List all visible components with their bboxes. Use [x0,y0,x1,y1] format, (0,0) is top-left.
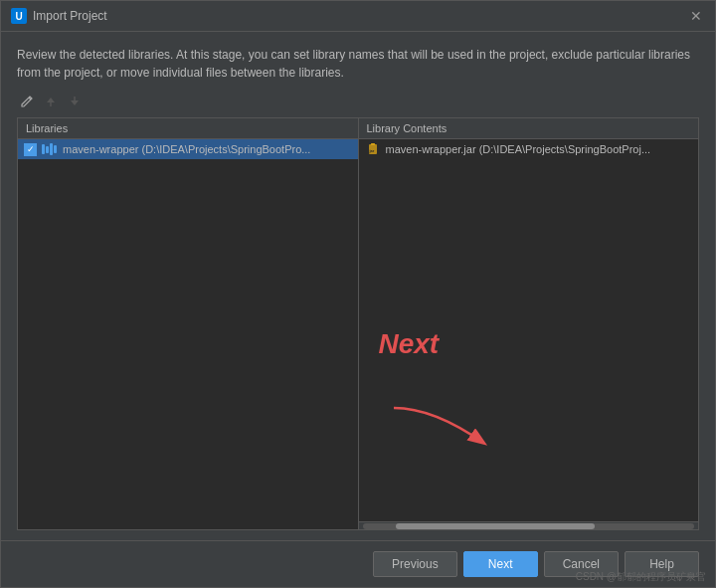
libraries-content[interactable]: maven-wrapper (D:\IDEA\Projects\SpringBo… [18,139,358,529]
contents-panel: Library Contents jar maven-wrapper.jar (… [359,118,699,529]
library-checkbox[interactable] [24,143,37,156]
svg-text:jar: jar [368,148,374,153]
annotation-next-label: Next [379,328,440,360]
contents-header: Library Contents [359,118,699,139]
edit-button[interactable] [17,92,37,111]
previous-button[interactable]: Previous [373,551,457,577]
panels-container: Libraries maven-wrapper (D:\IDEA\Project… [17,117,699,530]
library-item[interactable]: maven-wrapper (D:\IDEA\Projects\SpringBo… [18,139,358,159]
jar-icon: jar [365,142,381,156]
next-button[interactable]: Next [463,551,538,577]
description-text: Review the detected libraries. At this s… [17,46,699,82]
title-bar-left: U Import Project [11,8,107,24]
scrollbar-track [363,523,695,529]
watermark: CSDN @郁郁的程序员矿泉官 [576,570,706,584]
content-item[interactable]: jar maven-wrapper.jar (D:\IDEA\Projects\… [359,139,699,159]
window-icon: U [11,8,27,24]
libraries-panel: Libraries maven-wrapper (D:\IDEA\Project… [18,118,359,529]
library-name: maven-wrapper (D:\IDEA\Projects\SpringBo… [63,143,310,155]
content-item-name: maven-wrapper.jar (D:\IDEA\Projects\Spri… [386,143,651,155]
title-bar: U Import Project ✕ [1,1,715,32]
annotation-overlay: Next [359,159,699,521]
scrollbar-thumb[interactable] [396,523,595,529]
import-project-window: U Import Project ✕ Review the detected l… [0,0,716,588]
move-up-button[interactable] [41,92,61,111]
libraries-header: Libraries [18,118,358,139]
main-content: Review the detected libraries. At this s… [1,32,715,540]
annotation-arrow [384,403,503,453]
toolbar [17,92,699,111]
window-title: Import Project [33,9,107,23]
move-down-button[interactable] [65,92,85,111]
svg-rect-3 [371,143,375,145]
contents-content[interactable]: jar maven-wrapper.jar (D:\IDEA\Projects\… [359,139,699,521]
library-icon [42,142,58,156]
close-button[interactable]: ✕ [687,7,705,25]
scrollbar-area[interactable] [359,521,699,529]
